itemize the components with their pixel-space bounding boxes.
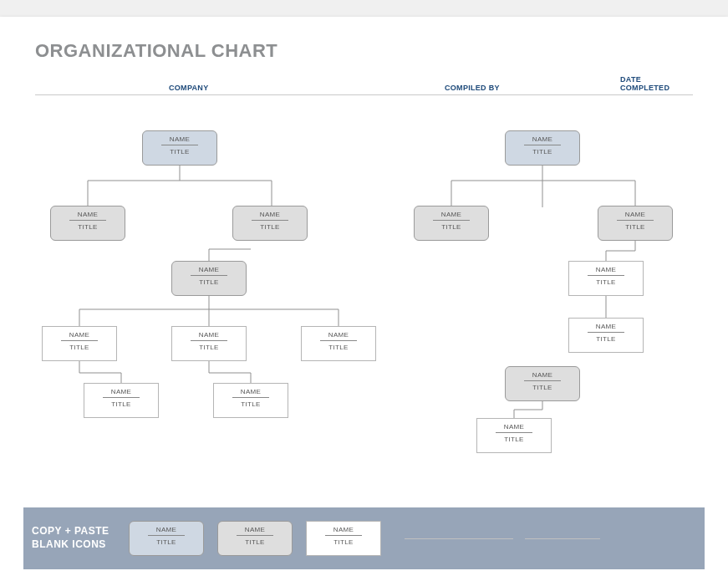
node-name: NAME [58, 211, 118, 218]
node-title: TITLE [240, 223, 300, 231]
palette-connector-sample-short [525, 538, 600, 539]
palette-node-gray[interactable]: NAMETITLE [217, 521, 293, 556]
org-node[interactable]: NAMETITLE [476, 418, 552, 453]
palette-node-white[interactable]: NAMETITLE [306, 521, 381, 556]
chart-canvas: NAME TITLE NAMETITLE NAMETITLE NAMETITLE… [0, 17, 728, 576]
node-name: NAME [150, 135, 210, 143]
node-title: TITLE [179, 344, 239, 351]
node-name: NAME [225, 526, 285, 533]
node-title: TITLE [512, 148, 573, 155]
node-title: TITLE [576, 278, 636, 286]
org-node-root-left[interactable]: NAME TITLE [142, 130, 217, 166]
org-node[interactable]: NAMETITLE [213, 383, 288, 418]
node-title: TITLE [512, 384, 573, 391]
node-title: TITLE [225, 538, 285, 546]
palette-label: COPY + PASTEBLANK ICONS [32, 525, 115, 551]
org-node[interactable]: NAMETITLE [171, 326, 247, 361]
palette-footer: COPY + PASTEBLANK ICONS NAMETITLE NAMETI… [23, 507, 705, 569]
node-title: TITLE [91, 400, 151, 408]
node-name: NAME [308, 331, 369, 339]
org-node[interactable]: NAMETITLE [301, 326, 376, 361]
node-title: TITLE [313, 538, 374, 546]
document-page: ORGANIZATIONAL CHART COMPANY COMPILED BY… [0, 17, 728, 576]
node-name: NAME [512, 135, 573, 143]
node-name: NAME [605, 211, 665, 218]
org-node[interactable]: NAMETITLE [42, 326, 117, 361]
node-separator [161, 145, 197, 145]
org-node[interactable]: NAMETITLE [84, 383, 159, 418]
node-title: TITLE [49, 344, 109, 351]
node-title: TITLE [576, 335, 636, 343]
node-title: TITLE [484, 436, 544, 443]
node-title: TITLE [221, 400, 281, 408]
org-node[interactable]: NAMETITLE [50, 206, 125, 241]
node-title: TITLE [179, 278, 239, 286]
node-title: TITLE [421, 223, 481, 231]
node-name: NAME [179, 266, 239, 273]
org-node[interactable]: NAMETITLE [414, 206, 489, 241]
org-node[interactable]: NAMETITLE [568, 261, 644, 296]
node-name: NAME [179, 331, 239, 339]
org-node[interactable]: NAMETITLE [505, 366, 580, 401]
org-node-root-right[interactable]: NAMETITLE [505, 130, 580, 166]
node-name: NAME [49, 331, 109, 339]
palette-node-blue[interactable]: NAMETITLE [129, 521, 204, 556]
node-title: TITLE [58, 223, 118, 231]
node-name: NAME [484, 423, 544, 431]
node-name: NAME [221, 388, 281, 395]
node-title: TITLE [150, 148, 210, 155]
node-title: TITLE [136, 538, 196, 546]
node-name: NAME [240, 211, 300, 218]
node-name: NAME [576, 323, 636, 330]
node-name: NAME [576, 266, 636, 273]
palette-connector-sample-long [405, 538, 513, 539]
node-name: NAME [421, 211, 481, 218]
org-node[interactable]: NAMETITLE [232, 206, 308, 241]
org-node[interactable]: NAMETITLE [598, 206, 673, 241]
node-name: NAME [136, 526, 196, 533]
node-name: NAME [512, 371, 573, 379]
node-name: NAME [313, 526, 374, 533]
org-node[interactable]: NAMETITLE [568, 318, 644, 353]
org-node[interactable]: NAMETITLE [171, 261, 247, 296]
node-title: TITLE [605, 223, 665, 231]
node-name: NAME [91, 388, 151, 395]
node-title: TITLE [308, 344, 369, 351]
